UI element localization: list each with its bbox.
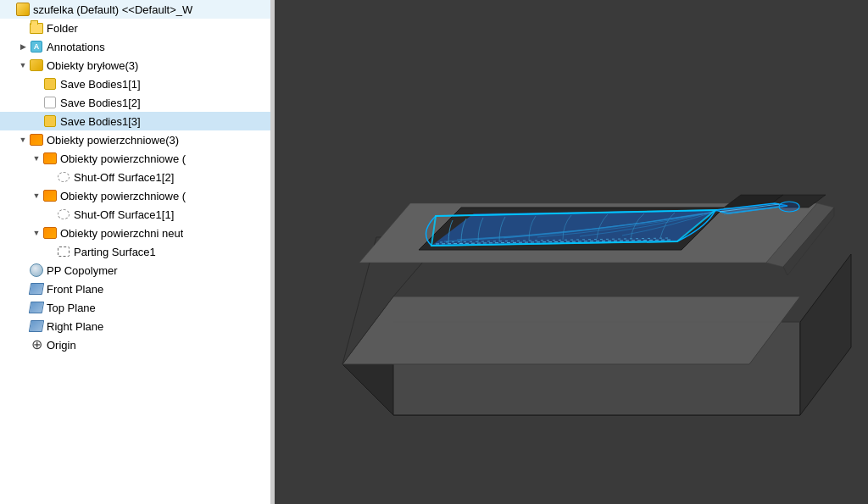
plane-icon bbox=[29, 283, 44, 295]
tree-item-material[interactable]: PP Copolymer bbox=[0, 261, 270, 280]
tree-item-obiekty-pow-neutral[interactable]: Obiekty powierzchni neut bbox=[0, 224, 270, 242]
parting-icon bbox=[58, 246, 70, 257]
feature-tree-sidebar[interactable]: szufelka (Default) <<Default>_WFolderAAn… bbox=[0, 0, 271, 504]
shutoff-icon bbox=[58, 172, 70, 182]
surface-icon bbox=[43, 152, 57, 164]
tree-label-front-plane: Front Plane bbox=[47, 283, 103, 296]
tree-label-origin: Origin bbox=[47, 339, 76, 352]
tree-item-shutoff-2[interactable]: Shut-Off Surface1[2] bbox=[0, 168, 270, 186]
tree-item-annotations[interactable]: AAnnotations bbox=[0, 37, 270, 56]
tree-item-folder[interactable]: Folder bbox=[0, 19, 270, 37]
surface-icon bbox=[43, 190, 57, 202]
tree-item-origin[interactable]: ⊕Origin bbox=[0, 335, 270, 354]
tree-label-parting-surface: Parting Surface1 bbox=[74, 246, 156, 258]
material-icon bbox=[30, 263, 43, 277]
tree-label-obiekty-brylowe: Obiekty bryłowe(3) bbox=[47, 59, 138, 72]
tree-arrow-obiekty-pow-1[interactable] bbox=[31, 152, 42, 164]
tree-label-right-plane: Right Plane bbox=[47, 320, 103, 333]
tree-item-shutoff-1[interactable]: Shut-Off Surface1[1] bbox=[0, 205, 270, 224]
tree-label-obiekty-pow-1: Obiekty powierzchniowe ( bbox=[60, 152, 186, 165]
tree-label-obiekty-pow-2: Obiekty powierzchniowe ( bbox=[60, 190, 186, 202]
tree-arrow-obiekty-brylowe[interactable] bbox=[17, 59, 29, 71]
part-icon bbox=[44, 115, 56, 127]
tree-item-save-bodies-2[interactable]: Save Bodies1[2] bbox=[0, 93, 270, 112]
folder-icon bbox=[30, 23, 43, 34]
3d-viewport[interactable] bbox=[275, 0, 868, 504]
tree-item-save-bodies-1[interactable]: Save Bodies1[1] bbox=[0, 75, 270, 93]
plane-icon bbox=[29, 302, 44, 313]
tree-item-front-plane[interactable]: Front Plane bbox=[0, 280, 270, 298]
tree-label-material: PP Copolymer bbox=[47, 264, 118, 277]
tree-label-shutoff-2: Shut-Off Surface1[2] bbox=[74, 171, 174, 184]
svg-marker-4 bbox=[342, 296, 800, 364]
tree-label-folder: Folder bbox=[47, 22, 78, 35]
tree-label-top-plane: Top Plane bbox=[47, 302, 96, 314]
surface-icon bbox=[30, 134, 43, 146]
tree-arrow-obiekty-powierzchniowe[interactable] bbox=[17, 134, 29, 146]
tree-arrow-obiekty-pow-neutral[interactable] bbox=[31, 227, 42, 239]
tree-label-obiekty-pow-neutral: Obiekty powierzchni neut bbox=[60, 227, 183, 240]
tree-item-obiekty-powierzchniowe[interactable]: Obiekty powierzchniowe(3) bbox=[0, 130, 270, 149]
solidbodies-icon bbox=[30, 59, 43, 71]
tree-label-save-bodies-3: Save Bodies1[3] bbox=[60, 115, 141, 128]
tree-item-root[interactable]: szufelka (Default) <<Default>_W bbox=[0, 0, 270, 19]
tree-item-obiekty-pow-2[interactable]: Obiekty powierzchniowe ( bbox=[0, 186, 270, 205]
part-icon bbox=[44, 78, 56, 90]
tree-item-obiekty-brylowe[interactable]: Obiekty bryłowe(3) bbox=[0, 56, 270, 75]
tree-item-save-bodies-3[interactable]: Save Bodies1[3] bbox=[0, 112, 270, 130]
tree-item-obiekty-pow-1[interactable]: Obiekty powierzchniowe ( bbox=[0, 149, 270, 168]
tree-item-parting-surface[interactable]: Parting Surface1 bbox=[0, 242, 270, 261]
tree-label-annotations: Annotations bbox=[47, 41, 105, 53]
tree-label-root: szufelka (Default) <<Default>_W bbox=[33, 3, 192, 16]
shutoff-icon bbox=[58, 209, 70, 219]
origin-icon: ⊕ bbox=[31, 338, 42, 352]
surface-icon bbox=[43, 227, 57, 239]
part-white-icon bbox=[44, 97, 56, 108]
main-container: szufelka (Default) <<Default>_WFolderAAn… bbox=[0, 0, 868, 504]
tree-label-save-bodies-2: Save Bodies1[2] bbox=[60, 97, 141, 109]
plane-icon bbox=[29, 320, 44, 332]
tree-label-shutoff-1: Shut-Off Surface1[1] bbox=[74, 208, 174, 221]
tree-label-save-bodies-1: Save Bodies1[1] bbox=[60, 78, 141, 91]
tree-arrow-obiekty-pow-2[interactable] bbox=[31, 190, 42, 202]
tree-label-obiekty-powierzchniowe: Obiekty powierzchniowe(3) bbox=[47, 134, 179, 147]
tree-item-top-plane[interactable]: Top Plane bbox=[0, 298, 270, 317]
root-icon bbox=[16, 3, 30, 16]
tree-arrow-annotations[interactable] bbox=[17, 41, 29, 53]
tree-item-right-plane[interactable]: Right Plane bbox=[0, 317, 270, 335]
annotation-icon: A bbox=[31, 41, 42, 53]
3d-scene bbox=[275, 0, 868, 504]
